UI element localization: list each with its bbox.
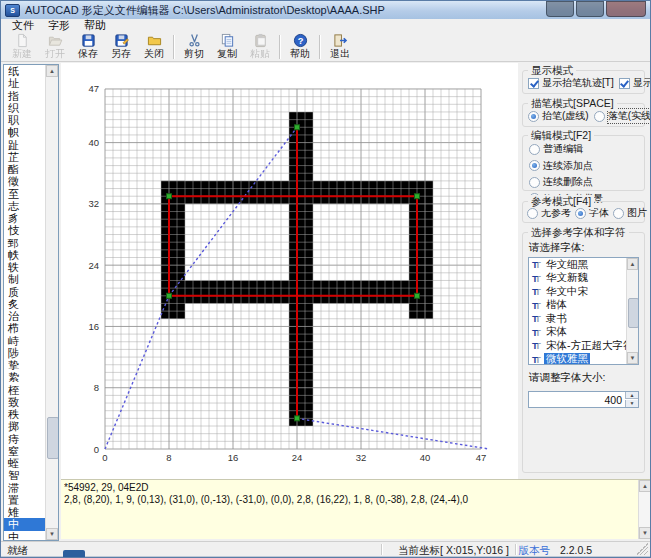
- character-list-item[interactable]: 栉: [4, 322, 45, 334]
- font-size-spinner[interactable]: 400 ▲ ▼: [528, 391, 639, 408]
- character-list-item[interactable]: 质: [4, 286, 45, 298]
- font-list-item[interactable]: TT华文中宋: [529, 285, 626, 299]
- radio-option[interactable]: 连续添加点: [529, 159, 640, 173]
- character-list-item[interactable]: 秩: [4, 408, 45, 420]
- font-list-item[interactable]: TT宋体-方正超大字符集: [529, 339, 626, 353]
- spinner-down-icon[interactable]: ▼: [625, 400, 638, 407]
- character-list-item[interactable]: 职: [4, 114, 45, 126]
- radio-option[interactable]: 图片: [613, 206, 647, 220]
- scroll-up-arrow-icon[interactable]: ▲: [46, 65, 58, 77]
- radio-icon[interactable]: [527, 208, 538, 219]
- character-list-item[interactable]: 帜: [4, 126, 45, 138]
- character-list-item[interactable]: 趾: [4, 139, 45, 151]
- glyph-editor-canvas[interactable]: 008816162424323240404747: [61, 63, 518, 479]
- character-list-item[interactable]: 指: [4, 90, 45, 102]
- radio-icon[interactable]: [528, 111, 539, 122]
- radio-option[interactable]: 普通编辑: [529, 142, 640, 156]
- checkbox-option[interactable]: 显示抬笔轨迹[T]: [528, 76, 614, 90]
- scrollbar-thumb[interactable]: [628, 298, 639, 328]
- font-size-value[interactable]: 400: [604, 393, 622, 407]
- radio-icon[interactable]: [529, 177, 540, 188]
- character-list-item[interactable]: 织: [4, 102, 45, 114]
- character-list-item[interactable]: 蛭: [4, 457, 45, 469]
- checkbox-icon[interactable]: [528, 78, 539, 89]
- character-list-item[interactable]: 帙: [4, 249, 45, 261]
- status-bar: 就绪 当前坐标[ X:015,Y:016 ] 版本号 2.2.0.5: [1, 541, 650, 556]
- character-list-item[interactable]: 忮: [4, 224, 45, 236]
- character-list-item[interactable]: 中: [4, 531, 45, 541]
- maximize-button[interactable]: [576, 1, 604, 17]
- scrollbar-thumb[interactable]: [47, 417, 59, 459]
- help-button[interactable]: ? 帮助: [284, 33, 316, 61]
- character-list-item[interactable]: 窒: [4, 445, 45, 457]
- option-label: 连续添加点: [543, 159, 593, 173]
- character-list-item[interactable]: 痔: [4, 433, 45, 445]
- scroll-down-arrow-icon[interactable]: ▼: [627, 352, 638, 364]
- character-list-item[interactable]: 桎: [4, 384, 45, 396]
- radio-option[interactable]: 落笔(实线): [594, 109, 651, 123]
- character-list-item[interactable]: 絷: [4, 371, 45, 383]
- character-list-item[interactable]: 滞: [4, 482, 45, 494]
- radio-option[interactable]: 连续删除点: [529, 175, 640, 189]
- radio-icon[interactable]: [529, 144, 540, 155]
- character-list-item[interactable]: 峙: [4, 335, 45, 347]
- character-list-item[interactable]: 陟: [4, 347, 45, 359]
- character-list-item[interactable]: 芷: [4, 151, 45, 163]
- character-list-item[interactable]: 制: [4, 273, 45, 285]
- resize-grip[interactable]: [636, 543, 648, 555]
- character-list-item[interactable]: 雉: [4, 506, 45, 518]
- radio-icon[interactable]: [613, 208, 624, 219]
- character-list-item[interactable]: 至: [4, 188, 45, 200]
- scroll-up-arrow-icon[interactable]: ▲: [627, 258, 638, 270]
- character-list-item[interactable]: 置: [4, 494, 45, 506]
- checkbox-option[interactable]: 显示点[D]: [619, 76, 651, 90]
- editor-scrollbar[interactable]: ▲ ▼: [638, 480, 651, 539]
- glyph-grid[interactable]: 008816162424323240404747: [61, 63, 518, 479]
- close-button[interactable]: [606, 1, 646, 17]
- font-list-item[interactable]: TT微软雅黑: [529, 353, 626, 365]
- character-list-item[interactable]: 志: [4, 200, 45, 212]
- character-list-item[interactable]: 智: [4, 469, 45, 481]
- radio-icon[interactable]: [529, 160, 540, 171]
- font-list-item[interactable]: TT华文细黑: [529, 258, 626, 272]
- font-list-item[interactable]: TT宋体: [529, 326, 626, 340]
- font-list-scrollbar[interactable]: ▲ ▼: [626, 258, 638, 364]
- scroll-down-arrow-icon[interactable]: ▼: [46, 528, 58, 540]
- save-button[interactable]: 保存: [72, 33, 104, 61]
- menu-file[interactable]: 文件: [5, 19, 41, 32]
- checkbox-icon[interactable]: [619, 78, 630, 89]
- character-list-scrollbar[interactable]: ▲ ▼: [45, 65, 58, 540]
- character-list-item[interactable]: 轶: [4, 261, 45, 273]
- character-list-item[interactable]: 掷: [4, 420, 45, 432]
- character-list-item[interactable]: 治: [4, 310, 45, 322]
- exit-button[interactable]: 退出: [324, 33, 356, 61]
- close-file-button[interactable]: 关闭: [138, 33, 170, 61]
- cut-button[interactable]: 剪切: [178, 33, 210, 61]
- character-list-item[interactable]: 郅: [4, 237, 45, 249]
- character-list-item[interactable]: 致: [4, 396, 45, 408]
- character-list-item[interactable]: 址: [4, 77, 45, 89]
- font-list-item[interactable]: TT隶书: [529, 312, 626, 326]
- copy-button[interactable]: 复制: [211, 33, 243, 61]
- title-bar[interactable]: S AUTOCAD 形定义文件编辑器 C:\Users\Administrato…: [1, 1, 650, 19]
- character-list-item[interactable]: 豸: [4, 212, 45, 224]
- scroll-down-arrow-icon[interactable]: ▼: [639, 527, 651, 539]
- radio-option[interactable]: 抬笔(虚线): [528, 109, 589, 123]
- font-list-item[interactable]: TT楷体: [529, 299, 626, 313]
- save-as-button[interactable]: 另存: [105, 33, 137, 61]
- radio-icon[interactable]: [575, 208, 586, 219]
- character-list-item[interactable]: 炙: [4, 298, 45, 310]
- character-list-item[interactable]: 中: [4, 518, 45, 530]
- font-list-item[interactable]: TT华文新魏: [529, 272, 626, 286]
- minimize-button[interactable]: [546, 1, 574, 17]
- spinner-up-icon[interactable]: ▲: [625, 392, 638, 399]
- character-list-item[interactable]: 徵: [4, 175, 45, 187]
- character-list-item[interactable]: 纸: [4, 65, 45, 77]
- menu-help[interactable]: 帮助: [77, 19, 113, 32]
- character-list-item[interactable]: 挚: [4, 359, 45, 371]
- scroll-up-arrow-icon[interactable]: ▲: [639, 480, 651, 492]
- character-list-item[interactable]: 酯: [4, 163, 45, 175]
- shape-definition-textarea[interactable]: *54992, 29, 04E2D 2,8, (8,20), 1, 9, (0,…: [61, 479, 651, 539]
- radio-icon[interactable]: [594, 111, 605, 122]
- menu-glyph[interactable]: 字形: [41, 19, 77, 32]
